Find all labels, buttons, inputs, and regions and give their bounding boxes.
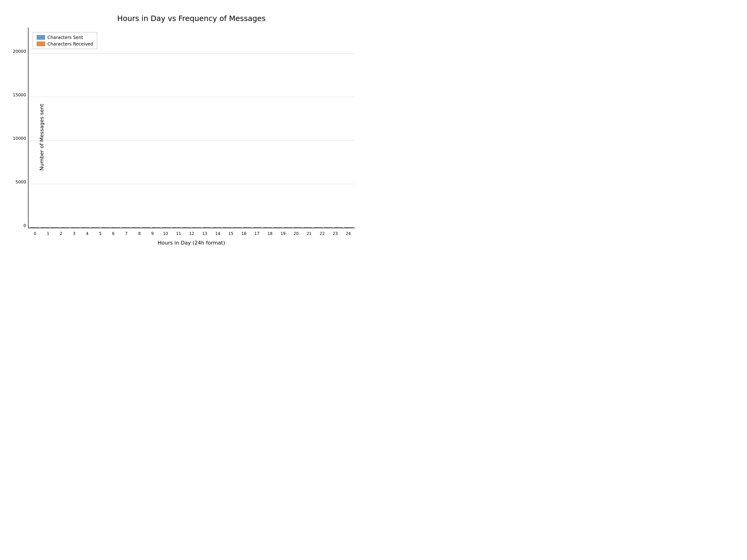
bar-received bbox=[338, 227, 343, 228]
x-tick-label: 7 bbox=[120, 231, 133, 236]
bar-group bbox=[333, 227, 343, 228]
bar-received bbox=[248, 227, 252, 228]
bar-sent bbox=[51, 227, 55, 228]
bar-received bbox=[75, 227, 80, 228]
chart-area: 05000100001500020000 0123456789101112131… bbox=[28, 28, 355, 228]
bar-received bbox=[308, 227, 312, 228]
bar-received bbox=[349, 227, 353, 228]
x-tick-label: 2 bbox=[55, 231, 68, 236]
bar-group bbox=[323, 227, 333, 228]
bar-sent bbox=[294, 227, 298, 228]
bar-sent bbox=[142, 227, 146, 228]
bar-sent bbox=[81, 227, 85, 228]
bar-group bbox=[70, 227, 80, 228]
bar-sent bbox=[111, 227, 115, 228]
bar-sent bbox=[41, 227, 45, 228]
x-tick-label: 21 bbox=[303, 231, 316, 236]
bar-group bbox=[252, 227, 262, 228]
bar-sent bbox=[172, 227, 176, 228]
x-tick-label: 0 bbox=[28, 231, 42, 236]
bar-sent bbox=[122, 227, 126, 228]
bar-received bbox=[65, 227, 69, 228]
bar-group bbox=[121, 227, 131, 228]
y-tick-label: 0 bbox=[12, 223, 26, 228]
bar-group bbox=[293, 227, 303, 228]
bar-group bbox=[30, 227, 40, 228]
y-tick-label: 10000 bbox=[12, 136, 26, 141]
bar-received bbox=[45, 227, 49, 228]
x-axis-label: Hours in Day (24h format) bbox=[28, 240, 355, 246]
bar-received bbox=[156, 227, 161, 228]
bar-received bbox=[207, 227, 211, 228]
bar-received bbox=[35, 227, 39, 228]
bar-received bbox=[85, 227, 89, 228]
bar-group bbox=[202, 227, 212, 228]
bar-received bbox=[329, 227, 333, 228]
bar-group bbox=[80, 227, 91, 228]
bar-sent bbox=[203, 227, 207, 228]
bar-sent bbox=[192, 227, 197, 228]
bar-sent bbox=[71, 227, 75, 228]
bar-sent bbox=[314, 227, 318, 228]
x-tick-label: 17 bbox=[251, 231, 263, 236]
x-tick-label: 23 bbox=[329, 231, 342, 236]
bar-group bbox=[283, 227, 293, 228]
bar-received bbox=[187, 227, 191, 228]
bar-received bbox=[197, 227, 201, 228]
bar-sent bbox=[233, 227, 237, 228]
bar-group bbox=[273, 227, 283, 228]
x-tick-label: 20 bbox=[289, 231, 303, 236]
x-tick-label: 1 bbox=[42, 231, 55, 236]
bar-sent bbox=[162, 227, 166, 228]
bar-sent bbox=[324, 227, 328, 228]
bar-sent bbox=[304, 227, 308, 228]
bar-received bbox=[136, 227, 140, 228]
bar-received bbox=[227, 227, 231, 228]
bar-received bbox=[257, 227, 262, 228]
x-tick-label: 11 bbox=[172, 231, 185, 236]
bar-sent bbox=[243, 227, 247, 228]
bar-received bbox=[298, 227, 302, 228]
x-tick-label: 10 bbox=[159, 231, 172, 236]
y-tick-label: 5000 bbox=[12, 179, 26, 184]
chart-title: Hours in Day vs Frequency of Messages bbox=[28, 14, 355, 23]
x-tick-label: 15 bbox=[224, 231, 237, 236]
bar-received bbox=[166, 227, 171, 228]
bar-group bbox=[212, 227, 222, 228]
bar-sent bbox=[263, 227, 267, 228]
bar-group bbox=[232, 227, 242, 228]
x-tick-label: 4 bbox=[81, 231, 94, 236]
bar-sent bbox=[132, 227, 136, 228]
bar-group bbox=[40, 227, 50, 228]
bar-group bbox=[313, 227, 323, 228]
bar-received bbox=[96, 227, 100, 228]
bar-received bbox=[217, 227, 221, 228]
bar-sent bbox=[273, 227, 278, 228]
bar-group bbox=[91, 227, 100, 228]
x-tick-label: 24 bbox=[342, 231, 355, 236]
bar-group bbox=[303, 227, 313, 228]
bar-received bbox=[237, 227, 241, 228]
bar-group bbox=[151, 227, 161, 228]
bar-received bbox=[55, 227, 59, 228]
chart-container: Hours in Day vs Frequency of Messages Nu… bbox=[5, 5, 369, 275]
bar-sent bbox=[253, 227, 257, 228]
bar-group bbox=[141, 227, 151, 228]
x-tick-label: 9 bbox=[146, 231, 159, 236]
bar-sent bbox=[101, 227, 105, 228]
bar-group bbox=[171, 227, 181, 228]
bar-group bbox=[60, 227, 70, 228]
bar-sent bbox=[284, 227, 288, 228]
y-tick-label: 15000 bbox=[12, 92, 26, 97]
x-tick-label: 18 bbox=[263, 231, 277, 236]
bar-sent bbox=[152, 227, 156, 228]
x-tick-label: 16 bbox=[237, 231, 251, 236]
bar-sent bbox=[223, 227, 227, 228]
bar-received bbox=[146, 227, 150, 228]
x-tick-label: 12 bbox=[185, 231, 198, 236]
bar-received bbox=[106, 227, 110, 228]
bar-received bbox=[268, 227, 272, 228]
bar-group bbox=[182, 227, 192, 228]
bar-received bbox=[126, 227, 130, 228]
bar-received bbox=[116, 227, 120, 228]
